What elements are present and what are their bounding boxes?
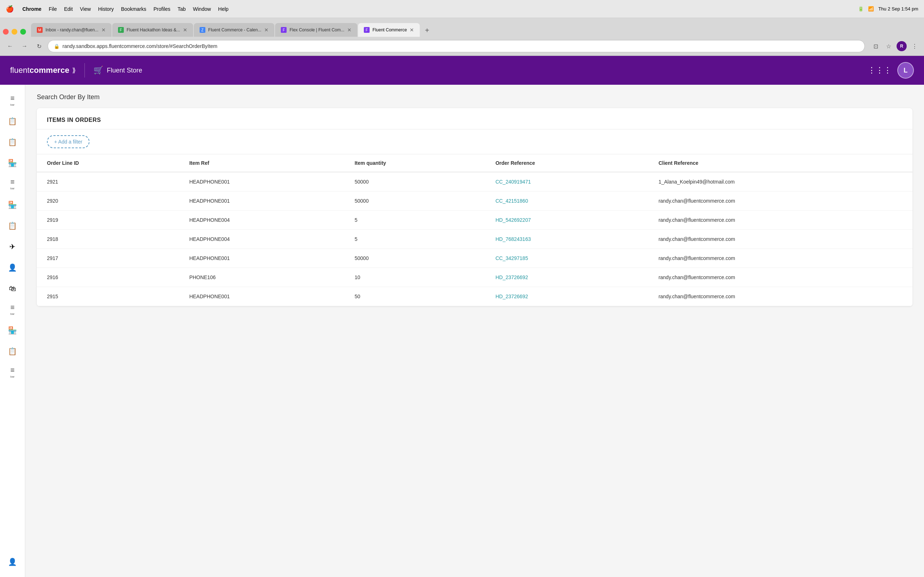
sidebar-item-bar1[interactable]: ≡ bar [3, 90, 23, 110]
sidebar-item-user-bottom[interactable]: 👤 [3, 552, 23, 572]
store-label: Fluent Store [107, 67, 142, 74]
cell-order-reference[interactable]: HD_542692207 [485, 211, 649, 230]
mac-file-menu[interactable]: File [49, 6, 57, 12]
cell-item-ref: HEADPHONE001 [179, 192, 344, 211]
bookmark-icon[interactable]: ☆ [884, 41, 894, 51]
tab5-close[interactable]: ✕ [410, 27, 414, 33]
sidebar-bar1-icon: ≡ [10, 94, 15, 102]
cell-order-reference[interactable]: HD_768243163 [485, 230, 649, 249]
mac-window-menu[interactable]: Window [193, 6, 211, 12]
sidebar-item-bag[interactable]: 🛍 [3, 279, 23, 298]
cell-client-reference: randy.chan@fluentcommerce.com [648, 211, 913, 230]
mac-profiles-menu[interactable]: Profiles [153, 6, 170, 12]
sidebar-item-bar2[interactable]: ≡ bar [3, 174, 23, 193]
apple-menu[interactable]: 🍎 [6, 5, 14, 13]
tab1-close[interactable]: ✕ [102, 27, 106, 33]
tab2-close[interactable]: ✕ [183, 27, 187, 33]
sidebar-item-orders2[interactable]: 📋 [3, 132, 23, 152]
mac-bookmarks-menu[interactable]: Bookmarks [121, 6, 146, 12]
tab1-favicon: M [37, 27, 43, 33]
sidebar-item-bar4[interactable]: ≡ bar [3, 363, 23, 382]
cell-order-line-id: 2917 [37, 249, 179, 268]
cast-icon[interactable]: ⊡ [871, 41, 881, 51]
cell-client-reference: randy.chan@fluentcommerce.com [648, 268, 913, 287]
tab4-label: Flex Console | Fluent Com... [289, 27, 344, 32]
window-close-btn[interactable] [3, 29, 9, 35]
address-input[interactable]: 🔒 randy.sandbox.apps.fluentcommerce.com/… [48, 40, 865, 52]
cell-order-reference[interactable]: CC_34297185 [485, 249, 649, 268]
content-area: Search Order By Item ITEMS IN ORDERS + A… [25, 85, 924, 577]
brand-logo[interactable]: fluentcommerce ⟫ [10, 66, 76, 75]
sidebar-bar4-icon: ≡ [10, 366, 15, 374]
sidebar-item-store2[interactable]: 🏪 [3, 195, 23, 214]
cell-order-reference[interactable]: HD_23726692 [485, 268, 649, 287]
tab4-close[interactable]: ✕ [347, 27, 352, 33]
cell-order-reference[interactable]: CC_240919471 [485, 172, 649, 192]
order-reference-link: CC_34297185 [496, 255, 528, 261]
browser-tab-2[interactable]: F Fluent Hackathon Ideas &... ✕ [112, 23, 193, 37]
sidebar-item-person[interactable]: 👤 [3, 258, 23, 277]
sidebar-orders4-icon: 📋 [8, 347, 17, 356]
mac-topbar: 🍎 Chrome File Edit View History Bookmark… [0, 0, 924, 18]
menu-icon[interactable]: ⋮ [909, 41, 920, 51]
browser-tab-5[interactable]: F Fluent Commerce ✕ [358, 23, 420, 37]
cell-order-reference[interactable]: CC_42151860 [485, 192, 649, 211]
window-maximize-btn[interactable] [20, 29, 26, 35]
add-filter-button[interactable]: + Add a filter [47, 135, 89, 148]
mac-wifi-icon: 📶 [868, 6, 874, 11]
table-row: 2917 HEADPHONE001 50000 CC_34297185 rand… [37, 249, 913, 268]
card-header: ITEMS IN ORDERS [37, 108, 913, 129]
cell-item-ref: HEADPHONE001 [179, 249, 344, 268]
sidebar-item-flight[interactable]: ✈ [3, 237, 23, 256]
items-table: Order Line ID Item Ref Item quantity Ord… [37, 154, 913, 306]
cell-order-line-id: 2921 [37, 172, 179, 192]
sidebar-item-orders4[interactable]: 📋 [3, 342, 23, 361]
window-minimize-btn[interactable] [11, 29, 17, 35]
table-row: 2916 PHONE106 10 HD_23726692 randy.chan@… [37, 268, 913, 287]
browser-tab-3[interactable]: Z Fluent Commerce - Calen... ✕ [194, 23, 274, 37]
sidebar-item-orders1[interactable]: 📋 [3, 111, 23, 131]
topbar-more-icon[interactable]: ⋮⋮⋮ [868, 66, 892, 75]
sidebar-flight-icon: ✈ [10, 242, 16, 251]
browser-tab-4[interactable]: F Flex Console | Fluent Com... ✕ [275, 23, 357, 37]
tab1-label: Inbox - randy.chan@fluen... [45, 27, 99, 32]
mac-view-menu[interactable]: View [80, 6, 91, 12]
col-item-ref: Item Ref [179, 154, 344, 172]
cell-item-quantity: 50000 [344, 172, 485, 192]
back-button[interactable]: ← [4, 40, 16, 52]
tab2-label: Fluent Hackathon Ideas &... [127, 27, 180, 32]
tab2-favicon: F [118, 27, 124, 33]
order-reference-link: HD_542692207 [496, 217, 531, 223]
tab3-close[interactable]: ✕ [264, 27, 268, 33]
cell-item-ref: PHONE106 [179, 268, 344, 287]
page-title: Search Order By Item [37, 93, 913, 101]
browser-tab-1[interactable]: M Inbox - randy.chan@fluen... ✕ [31, 23, 111, 37]
tab4-favicon: F [281, 27, 287, 33]
mac-edit-menu[interactable]: Edit [64, 6, 73, 12]
sidebar: ≡ bar 📋 📋 🏪 ≡ bar 🏪 📋 ✈ [0, 85, 25, 577]
cell-order-line-id: 2918 [37, 230, 179, 249]
url-text: randy.sandbox.apps.fluentcommerce.com/st… [63, 43, 217, 49]
sidebar-item-store3[interactable]: 🏪 [3, 321, 23, 340]
table-row: 2921 HEADPHONE001 50000 CC_240919471 1_A… [37, 172, 913, 192]
reload-button[interactable]: ↻ [33, 40, 45, 52]
cell-order-line-id: 2920 [37, 192, 179, 211]
user-avatar[interactable]: L [897, 62, 914, 79]
cell-client-reference: 1_Alana_Koelpin49@hotmail.com [648, 172, 913, 192]
sidebar-item-orders3[interactable]: 📋 [3, 216, 23, 235]
cell-order-reference[interactable]: HD_23726692 [485, 287, 649, 306]
forward-button[interactable]: → [19, 40, 30, 52]
mac-app-name[interactable]: Chrome [23, 6, 42, 12]
address-bar-row: ← → ↻ 🔒 randy.sandbox.apps.fluentcommerc… [0, 37, 924, 56]
cell-client-reference: randy.chan@fluentcommerce.com [648, 287, 913, 306]
mac-help-menu[interactable]: Help [218, 6, 228, 12]
sidebar-item-bar3[interactable]: ≡ bar [3, 300, 23, 319]
profile-avatar[interactable]: R [897, 41, 907, 51]
new-tab-button[interactable]: + [420, 24, 433, 37]
store-section[interactable]: 🛒 Fluent Store [94, 66, 142, 75]
table-header-row: Order Line ID Item Ref Item quantity Ord… [37, 154, 913, 172]
sidebar-bar3-icon: ≡ [10, 303, 15, 311]
mac-tab-menu[interactable]: Tab [178, 6, 186, 12]
mac-history-menu[interactable]: History [98, 6, 114, 12]
sidebar-item-store1[interactable]: 🏪 [3, 153, 23, 173]
